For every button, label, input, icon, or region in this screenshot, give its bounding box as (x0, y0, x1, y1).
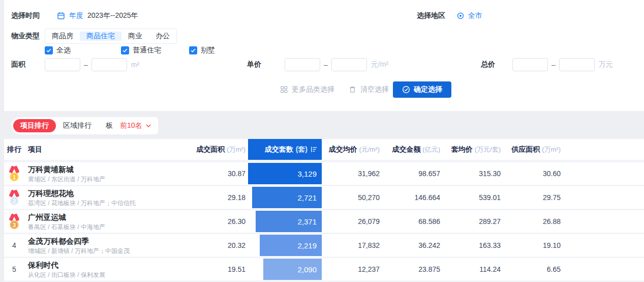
checkbox-select-all-label: 全选 (56, 46, 71, 55)
total-price-max-input[interactable] (559, 58, 595, 71)
grid-icon (280, 86, 288, 94)
checkbox-villa-label: 别墅 (201, 46, 215, 55)
header-deal-units-sorted[interactable]: 成交套数(套) (248, 139, 322, 160)
checkbox-ordinary-residence[interactable]: 普通住宅 (121, 46, 161, 55)
avg-price-value: 12,237 (322, 265, 380, 273)
total-price-unit-label: 万元 (599, 60, 613, 69)
per-unit-price-value: 539.01 (440, 193, 501, 202)
avg-price-value: 31,962 (322, 170, 380, 178)
property-type-segmented-control: 商品房 商品住宅 商业 办公 (45, 29, 177, 44)
checkbox-ordinary-residence-label: 普通住宅 (133, 46, 161, 55)
deal-amount-value: 23.875 (380, 265, 440, 273)
deal-units-bar: 3,129 (248, 163, 322, 184)
total-price-min-input[interactable] (512, 58, 548, 71)
table-row[interactable]: 2 万科理想花地荔湾区 / 花地板块 / 万科地产；中信信托 29.18 2,7… (4, 186, 644, 209)
deal-units-bar: 2,090 (263, 259, 322, 280)
header-rank: 排行 (7, 145, 21, 154)
supply-area-value: 19.10 (501, 241, 561, 249)
medal-silver-icon: 2 (8, 190, 20, 205)
clear-selection-label: 清空选择 (360, 85, 389, 94)
checkbox-checked-icon (45, 46, 53, 54)
avg-price-value: 26,079 (322, 217, 380, 225)
chevron-down-icon (146, 124, 151, 127)
deal-units-bar: 2,371 (256, 211, 322, 232)
property-type-option-commercial[interactable]: 商业 (121, 32, 149, 41)
table-header-row: 排行 项目 成交面积 (万m²) 成交套数(套) 成交均价 (元/m²) 成交金… (4, 139, 644, 160)
avg-price-value: 17,832 (322, 241, 380, 249)
range-dash: – (84, 61, 88, 69)
time-mode-link[interactable]: 年度 (69, 11, 83, 20)
time-range-value[interactable]: 2023年--2025年 (87, 11, 138, 20)
project-title[interactable]: 广州亚运城 (28, 212, 179, 222)
header-deal-amount[interactable]: 成交金额 (亿元) (380, 145, 440, 154)
filter-panel: 选择时间 年度 2023年--2025年 选择地区 全市 物业类型 商品房 商品… (4, 0, 644, 111)
deal-area-value: 19.51 (179, 265, 246, 273)
location-pin-icon (456, 12, 465, 20)
table-row[interactable]: 1 万科黄埔新城黄埔区 / 东区街道 / 万科地产 30.87 3,129 31… (4, 162, 644, 185)
deal-amount-value: 98.657 (380, 170, 440, 178)
checkbox-checked-icon (121, 46, 129, 54)
project-title[interactable]: 保利时代 (28, 260, 179, 270)
per-unit-price-value: 289.27 (440, 217, 501, 225)
calendar-icon (57, 12, 65, 20)
top-n-dropdown[interactable]: 前10名 (113, 117, 158, 134)
checkbox-checked-icon (189, 46, 197, 54)
deal-amount-value: 36.242 (380, 241, 440, 249)
table-row[interactable]: 5 保利时代从化区 / 街口板块 / 保利发展 19.51 2,090 12,2… (4, 258, 644, 280)
tab-district-ranking[interactable]: 区域排行 (56, 119, 99, 132)
area-max-input[interactable] (91, 58, 127, 71)
property-type-option-commodity-residence[interactable]: 商品住宅 (80, 32, 121, 41)
top-n-label: 前10名 (120, 121, 142, 130)
medal-gold-icon: 1 (8, 166, 20, 181)
tab-project-ranking[interactable]: 项目排行 (13, 119, 56, 132)
confirm-selection-label: 确定选择 (414, 85, 442, 94)
project-title[interactable]: 万科理想花地 (28, 188, 179, 198)
per-unit-price-value: 114.24 (440, 265, 501, 273)
supply-area-value: 29.75 (501, 193, 561, 202)
project-title[interactable]: 万科黄埔新城 (28, 164, 179, 174)
property-type-label: 物业类型 (11, 32, 40, 41)
header-per-unit-price[interactable]: 套均价 (万元/套) (440, 145, 501, 154)
unit-price-range-label: 单价 (247, 60, 261, 69)
project-subtitle: 番禺区 / 石基板块 / 中海地产 (28, 223, 179, 231)
header-deal-area[interactable]: 成交面积 (万m²) (179, 145, 246, 154)
property-type-option-office[interactable]: 办公 (149, 32, 176, 41)
unit-price-max-input[interactable] (331, 58, 367, 71)
avg-price-value: 50,270 (322, 193, 380, 202)
total-price-range-label: 总价 (481, 60, 495, 69)
range-dash: – (324, 61, 328, 69)
supply-area-value: 26.88 (501, 217, 561, 225)
range-dash: – (551, 61, 556, 69)
more-categories-button[interactable]: 更多品类选择 (280, 83, 334, 96)
clear-selection-button[interactable]: 清空选择 (349, 83, 389, 96)
header-avg-price[interactable]: 成交均价 (元/m²) (322, 145, 380, 154)
deal-area-value: 26.30 (179, 217, 246, 225)
header-project: 项目 (24, 145, 179, 154)
project-title[interactable]: 金茂万科都会四季 (28, 236, 179, 246)
unit-price-min-input[interactable] (285, 58, 320, 71)
project-subtitle: 从化区 / 街口板块 / 保利发展 (28, 271, 179, 279)
ranking-table: 排行 项目 成交面积 (万m²) 成交套数(套) 成交均价 (元/m²) 成交金… (4, 139, 644, 282)
region-value-link[interactable]: 全市 (468, 11, 482, 20)
table-row[interactable]: 4 金茂万科都会四季增城区 / 新塘镇 / 万科地产；中国金茂 20.32 2,… (4, 234, 644, 257)
property-type-option-commodity-house[interactable]: 商品房 (45, 32, 80, 41)
check-circle-icon (402, 86, 410, 94)
confirm-selection-button[interactable]: 确定选择 (393, 81, 451, 98)
checkbox-select-all[interactable]: 全选 (45, 46, 71, 55)
medal-bronze-icon: 3 (8, 214, 20, 229)
per-unit-price-value: 315.30 (440, 170, 501, 178)
header-supply-area[interactable]: 供应面积 (万m²) (501, 145, 561, 154)
supply-area-value: 30.60 (501, 170, 561, 178)
deal-units-bar: 2,219 (260, 235, 322, 256)
supply-area-value: 6.65 (501, 265, 561, 273)
area-min-input[interactable] (45, 58, 80, 71)
deal-amount-value: 68.586 (380, 217, 440, 225)
table-row[interactable]: 3 广州亚运城番禺区 / 石基板块 / 中海地产 26.30 2,371 26,… (4, 210, 644, 233)
project-subtitle: 增城区 / 新塘镇 / 万科地产；中国金茂 (28, 247, 179, 255)
deal-units-bar: 2,721 (252, 187, 322, 208)
deal-area-value: 20.32 (179, 241, 246, 249)
project-subtitle: 黄埔区 / 东区街道 / 万科地产 (28, 175, 179, 183)
area-range-label: 面积 (11, 60, 25, 69)
region-filter-label: 选择地区 (417, 11, 445, 20)
checkbox-villa[interactable]: 别墅 (189, 46, 215, 55)
